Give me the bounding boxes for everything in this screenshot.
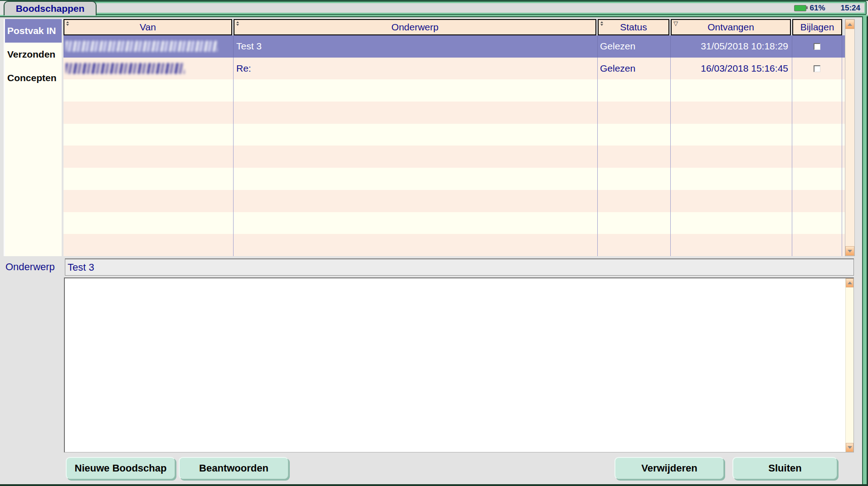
sidebar-item-label: Postvak IN <box>7 25 56 36</box>
clock: 15:24 <box>841 4 860 13</box>
empty-row <box>63 212 855 234</box>
cell-onderwerp: Re: <box>234 58 598 80</box>
empty-row <box>63 168 855 190</box>
table-row[interactable]: Test 3 Gelezen 31/05/2018 10:18:29 <box>63 35 855 58</box>
column-header-ontvangen[interactable]: ▽ Ontvangen <box>671 19 791 35</box>
cell-van <box>63 35 234 58</box>
subject-field[interactable]: Test 3 <box>65 258 854 276</box>
battery-icon <box>794 5 806 11</box>
empty-row <box>63 190 855 212</box>
scroll-down-icon <box>848 250 852 253</box>
scroll-up-icon <box>848 23 852 26</box>
column-header-label: Onderwerp <box>391 22 439 33</box>
sort-icon <box>600 21 604 26</box>
scroll-down-button[interactable] <box>846 443 853 452</box>
titlebar-bottom-line <box>0 16 868 17</box>
empty-row <box>63 124 855 146</box>
table-row[interactable]: Re: Gelezen 16/03/2018 15:16:45 <box>63 58 855 80</box>
scroll-down-button[interactable] <box>845 246 854 256</box>
scroll-up-button[interactable] <box>845 19 854 29</box>
column-header-onderwerp[interactable]: Onderwerp <box>234 19 596 35</box>
column-header-van[interactable]: Van <box>63 19 232 35</box>
column-header-label: Van <box>140 22 156 33</box>
battery-percent: 61% <box>809 4 825 13</box>
scroll-up-icon <box>848 282 852 284</box>
sender-redacted <box>66 41 218 52</box>
sort-descending-icon: ▽ <box>673 20 678 26</box>
empty-row <box>63 79 855 102</box>
scroll-up-button[interactable] <box>846 278 853 287</box>
sidebar-item-postvak-in[interactable]: Postvak IN <box>5 19 62 43</box>
cell-ontvangen: 31/05/2018 10:18:29 <box>671 35 792 58</box>
cell-van <box>63 58 234 80</box>
tab-title: Boodschappen <box>16 3 85 14</box>
close-button[interactable]: Sluiten <box>732 457 837 479</box>
column-header-label: Bijlagen <box>800 22 834 33</box>
table-scrollbar[interactable] <box>845 19 855 256</box>
attachment-checkbox <box>814 43 820 50</box>
column-header-status[interactable]: Status <box>598 19 669 35</box>
window-right-border <box>862 16 868 486</box>
cell-ontvangen: 16/03/2018 15:16:45 <box>671 58 792 80</box>
table-header-row: Van Onderwerp Status ▽ Ontvangen Bijlage… <box>63 19 855 35</box>
cell-onderwerp: Test 3 <box>234 35 598 58</box>
cell-bijlagen <box>792 35 842 58</box>
column-header-label: Ontvangen <box>707 22 754 33</box>
delete-button[interactable]: Verwijderen <box>614 457 724 479</box>
subject-value: Test 3 <box>68 262 94 273</box>
tab-boodschappen[interactable]: Boodschappen <box>4 1 97 15</box>
message-list: Van Onderwerp Status ▽ Ontvangen Bijlage… <box>63 19 855 256</box>
empty-row <box>63 234 855 256</box>
sidebar-item-concepten[interactable]: Concepten <box>5 66 62 90</box>
scroll-down-icon <box>848 446 852 449</box>
cell-status: Gelezen <box>598 35 671 58</box>
table-body: Test 3 Gelezen 31/05/2018 10:18:29 Re: G… <box>63 35 855 256</box>
cell-bijlagen <box>792 58 842 80</box>
sidebar-item-verzonden[interactable]: Verzonden <box>5 43 62 66</box>
window-top-border <box>0 0 868 1</box>
sort-icon <box>236 21 239 26</box>
attachment-checkbox <box>814 65 820 72</box>
sidebar-item-label: Verzonden <box>7 49 55 60</box>
sort-icon <box>66 21 69 26</box>
empty-row <box>63 146 855 168</box>
cell-status: Gelezen <box>598 58 671 80</box>
empty-row <box>63 102 855 124</box>
window-bottom-border <box>0 484 868 486</box>
column-header-label: Status <box>620 22 647 33</box>
subject-label: Onderwerp <box>5 258 55 276</box>
message-body[interactable] <box>64 277 854 452</box>
new-message-button[interactable]: Nieuwe Boodschap <box>66 457 175 479</box>
reply-button[interactable]: Beantwoorden <box>179 457 288 479</box>
sender-redacted <box>66 63 185 74</box>
status-bar: 61% 15:24 <box>75 1 867 15</box>
folder-sidebar: Postvak IN Verzonden Concepten <box>4 19 62 256</box>
column-header-bijlagen[interactable]: Bijlagen <box>792 19 842 35</box>
message-body-scrollbar[interactable] <box>845 278 853 452</box>
sidebar-item-label: Concepten <box>7 73 57 83</box>
